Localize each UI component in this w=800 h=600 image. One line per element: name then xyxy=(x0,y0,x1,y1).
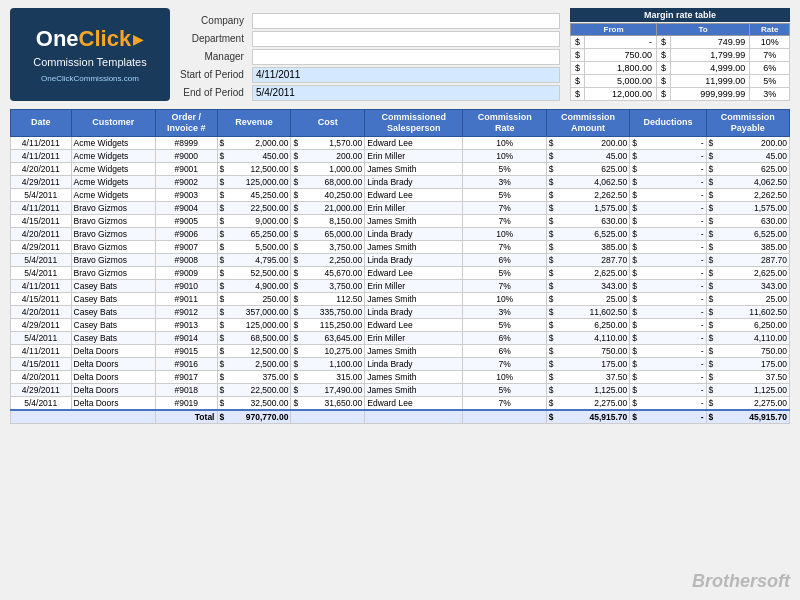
margin-table-row: $750.00$1,799.997% xyxy=(571,49,790,62)
start-label: Start of Period xyxy=(180,67,244,83)
table-row: 5/4/2011Acme Widgets#9003$ 45,250.00$ 40… xyxy=(11,188,790,201)
table-row: 4/15/2011Delta Doors#9016$ 2,500.00$ 1,1… xyxy=(11,357,790,370)
table-row: 4/15/2011Bravo Gizmos#9005$ 9,000.00$ 8,… xyxy=(11,214,790,227)
margin-table-row: $5,000.00$11,999.005% xyxy=(571,75,790,88)
col-date: Date xyxy=(11,110,72,137)
table-row: 4/29/2011Casey Bats#9013$ 125,000.00$ 11… xyxy=(11,318,790,331)
logo-click: Click xyxy=(79,26,132,52)
col-order: Order /Invoice # xyxy=(156,110,218,137)
col-commission-amount: CommissionAmount xyxy=(546,110,629,137)
table-row: 4/20/2011Bravo Gizmos#9006$ 65,250.00$ 6… xyxy=(11,227,790,240)
table-row: 5/4/2011Delta Doors#9019$ 32,500.00$ 31,… xyxy=(11,396,790,410)
logo-one: One xyxy=(36,26,79,52)
table-row: 4/15/2011Casey Bats#9011$ 250.00$ 112.50… xyxy=(11,292,790,305)
table-row: 4/29/2011Delta Doors#9018$ 22,500.00$ 17… xyxy=(11,383,790,396)
margin-table: From To Rate $-$749.9910%$750.00$1,799.9… xyxy=(570,23,790,101)
total-row: Total$ 970,770.00$ 45,915.70$ -$ 45,915.… xyxy=(11,410,790,424)
margin-table-row: $-$749.9910% xyxy=(571,36,790,49)
end-label: End of Period xyxy=(180,85,244,101)
col-customer: Customer xyxy=(71,110,155,137)
logo-subtitle: Commission Templates xyxy=(33,56,147,68)
table-row: 4/20/2011Casey Bats#9012$ 357,000.00$ 33… xyxy=(11,305,790,318)
department-field[interactable] xyxy=(252,31,560,47)
watermark: Brothersoft xyxy=(692,571,790,592)
col-commission-rate: CommissionRate xyxy=(463,110,546,137)
table-row: 4/20/2011Delta Doors#9017$ 375.00$ 315.0… xyxy=(11,370,790,383)
form-area: Company Department Manager Start of Peri… xyxy=(180,8,560,101)
table-row: 4/11/2011Acme Widgets#9000$ 450.00$ 200.… xyxy=(11,149,790,162)
margin-table-area: Margin rate table From To Rate $-$749.99… xyxy=(570,8,790,101)
end-field[interactable]: 5/4/2011 xyxy=(252,85,560,101)
manager-field[interactable] xyxy=(252,49,560,65)
logo-text: One Click ▶ xyxy=(36,26,144,52)
manager-label: Manager xyxy=(180,49,244,65)
main-table: Date Customer Order /Invoice # Revenue C… xyxy=(10,109,790,424)
table-row: 4/11/2011Delta Doors#9015$ 12,500.00$ 10… xyxy=(11,344,790,357)
margin-from-header: From xyxy=(571,24,657,36)
start-field[interactable]: 4/11/2011 xyxy=(252,67,560,83)
company-label: Company xyxy=(180,13,244,29)
table-row: 5/4/2011Bravo Gizmos#9009$ 52,500.00$ 45… xyxy=(11,266,790,279)
table-row: 4/11/2011Bravo Gizmos#9004$ 22,500.00$ 2… xyxy=(11,201,790,214)
logo-area: One Click ▶ Commission Templates OneClic… xyxy=(10,8,170,101)
table-row: 4/11/2011Casey Bats#9010$ 4,900.00$ 3,75… xyxy=(11,279,790,292)
company-field[interactable] xyxy=(252,13,560,29)
table-row: 4/29/2011Acme Widgets#9002$ 125,000.00$ … xyxy=(11,175,790,188)
table-row: 4/11/2011Acme Widgets#8999$ 2,000.00$ 1,… xyxy=(11,136,790,149)
logo-url: OneClickCommissions.com xyxy=(41,74,139,83)
table-row: 4/20/2011Acme Widgets#9001$ 12,500.00$ 1… xyxy=(11,162,790,175)
table-row: 5/4/2011Casey Bats#9014$ 68,500.00$ 63,6… xyxy=(11,331,790,344)
col-deductions: Deductions xyxy=(630,110,706,137)
margin-table-row: $12,000.00$999,999.993% xyxy=(571,88,790,101)
margin-rate-header: Rate xyxy=(750,24,790,36)
department-label: Department xyxy=(180,31,244,47)
app-container: One Click ▶ Commission Templates OneClic… xyxy=(0,0,800,600)
top-section: One Click ▶ Commission Templates OneClic… xyxy=(0,0,800,109)
logo-cursor-icon: ▶ xyxy=(133,31,144,47)
main-table-container: Date Customer Order /Invoice # Revenue C… xyxy=(0,109,800,429)
col-revenue: Revenue xyxy=(217,110,291,137)
col-salesperson: CommissionedSalesperson xyxy=(365,110,463,137)
table-row: 5/4/2011Bravo Gizmos#9008$ 4,795.00$ 2,2… xyxy=(11,253,790,266)
col-cost: Cost xyxy=(291,110,365,137)
margin-table-title: Margin rate table xyxy=(570,8,790,22)
col-payable: CommissionPayable xyxy=(706,110,789,137)
margin-to-header: To xyxy=(657,24,750,36)
margin-table-row: $1,800.00$4,999.006% xyxy=(571,62,790,75)
table-row: 4/29/2011Bravo Gizmos#9007$ 5,500.00$ 3,… xyxy=(11,240,790,253)
